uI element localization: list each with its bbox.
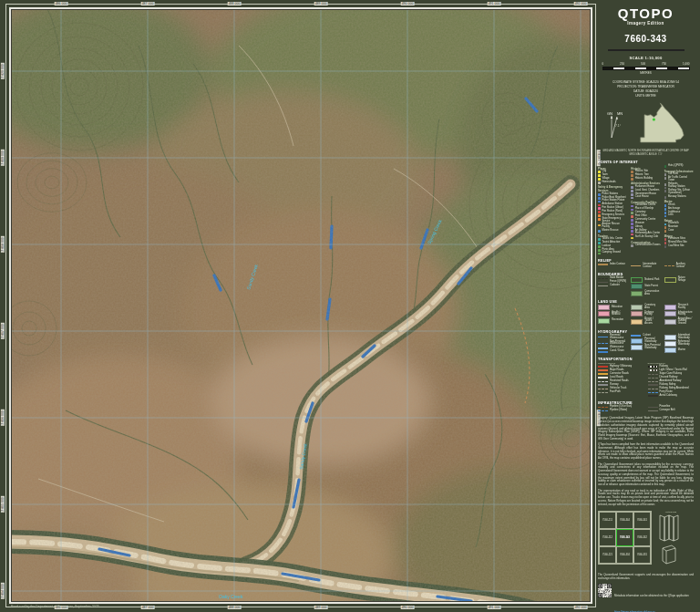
- legend-label: Resort / Tourist Accom.: [644, 318, 660, 326]
- poi-symbol: [631, 237, 633, 240]
- legend-item: Intermediate Contour: [631, 264, 660, 269]
- poi-symbol: [598, 207, 601, 210]
- legend-column: Intermittent WaterbodyEphemeral Waterbod…: [664, 335, 694, 355]
- legend-swatch: [631, 305, 643, 310]
- northing-label-left: 7 819 000: [1, 150, 5, 166]
- poi-item: Court House: [631, 196, 660, 199]
- legend-label: Cemetery Area: [644, 305, 660, 310]
- legend-item: Recreation: [598, 318, 627, 324]
- legend-column: EducationHealth / MedicalRecreation: [598, 305, 627, 327]
- legend-swatch: [648, 395, 658, 397]
- legend-item: Light / Mono / Tourist Rail: [648, 369, 695, 372]
- index-cell: 7660-342: [633, 529, 651, 546]
- metadata-text: Metadata information can be obtained via…: [614, 594, 689, 597]
- poi-symbol: [598, 193, 601, 196]
- poi-symbol: [664, 245, 667, 248]
- legend-swatch: [598, 369, 608, 371]
- poi-symbol: [598, 249, 601, 252]
- legend-column: Auxiliary Contour: [664, 264, 694, 270]
- legend-item: Pipeline (Water): [598, 410, 644, 412]
- scale-tick-label: 750: [662, 62, 666, 66]
- svg-text:7.1°: 7.1°: [615, 124, 622, 128]
- legend-swatch: [631, 277, 643, 283]
- index-cell: 7660-334: [616, 546, 633, 564]
- poi-symbol: [631, 223, 633, 225]
- legend-swatch: [664, 335, 676, 340]
- legend-label: Research Facility: [678, 305, 694, 310]
- legend-label: Defence Facility: [644, 312, 660, 317]
- legend-item: Perennial Watercourse: [598, 335, 627, 340]
- easting-label-top: 491 000: [488, 2, 501, 5]
- page-title: QTOPO: [618, 6, 674, 20]
- legend-column: Pipeline (Oil or Gas)Pipeline (Water): [598, 406, 644, 413]
- declination-diagram: GN MN 7.1°: [602, 109, 626, 141]
- poi-column: Huts (QPWS)Transport InfrastructureToll …: [664, 165, 694, 255]
- legend-item: Education: [598, 305, 627, 310]
- legend-swatch: [648, 392, 658, 393]
- easting-label-top: 490 000: [401, 2, 415, 5]
- legend-item: Vehicular Track: [598, 388, 644, 390]
- coordinate-system-block: COORDINATE SYSTEM: GDA2020 MGA ZONE 54PR…: [612, 80, 679, 99]
- legend-column: Intermediate Contour: [631, 264, 660, 270]
- qtopo-map-sheet: Sandy Creek Spring Creek Sandy Creek Oak…: [0, 0, 700, 612]
- index-cell-current: 7660-343: [616, 529, 633, 546]
- scale-tick-label: 0: [602, 62, 604, 66]
- poi-symbol: [631, 193, 633, 196]
- edition-subtitle: Imagery Edition: [627, 21, 664, 26]
- poi-symbol: [598, 230, 601, 233]
- poi-label: Air Traffic Control Tower: [668, 177, 694, 182]
- legend-swatch: [664, 305, 676, 310]
- legend-swatch: [648, 407, 658, 409]
- poi-symbol: [598, 224, 601, 227]
- poi-item: Huts (QPWS): [664, 165, 694, 168]
- poi-symbol: [664, 238, 667, 241]
- legend-swatch: [598, 381, 608, 382]
- legend-label: Light / Mono / Tourist Rail: [660, 369, 687, 372]
- legend-label: Pipeline (Water): [610, 410, 627, 412]
- poi-symbol: [598, 218, 601, 221]
- legend-item: Perennial Waterbody: [631, 338, 660, 344]
- legend-item: Cadastre: [598, 285, 627, 287]
- legend-swatch: [598, 351, 608, 353]
- legend-label: Nature Refuge: [678, 277, 694, 283]
- scale-bar-labels: 02505007501,000: [602, 62, 690, 66]
- declination-row: GN MN 7.1°: [598, 102, 694, 148]
- poi-symbol: [631, 212, 633, 214]
- legend-swatch: [598, 318, 610, 324]
- legend-label: Disused Railway: [660, 377, 678, 379]
- easting-label-bottom: 489 000: [314, 606, 328, 609]
- legend-column: Sealed UnsealedHighway / MotorwayMajor R…: [598, 362, 644, 399]
- legend-label: Sugar Cane Railway: [660, 373, 683, 376]
- legend-columns: Perennial WatercourseNon-Perennial Water…: [598, 335, 694, 355]
- legend-label: Perennial Watercourse: [610, 335, 627, 340]
- index-cell: 7560-211: [599, 512, 616, 529]
- legend-column: Index Contour: [598, 264, 627, 270]
- poi-symbol: [631, 197, 633, 200]
- marginalia-panel: QTOPO Imagery Edition 7660-343 SCALE 1:1…: [592, 0, 700, 612]
- poi-symbol: [631, 171, 633, 173]
- legend-item: Cemetery Area: [631, 305, 660, 310]
- disclaimer-paragraphs: Imagery: Queensland Imagery Latest State…: [598, 417, 694, 509]
- legend-item: Defence Facility: [631, 311, 660, 316]
- scale-tick-label: 250: [620, 62, 624, 66]
- legend-swatch: [631, 345, 643, 350]
- poi-label: Lock: [668, 214, 674, 217]
- poi-symbol: [631, 219, 633, 222]
- legend-swatch: [631, 311, 643, 316]
- legend-column: CulvertPerennial WaterbodyNon-Perennial …: [631, 335, 660, 355]
- poi-label: Busway Stations: [668, 196, 686, 199]
- legend-swatch: [598, 282, 608, 284]
- poi-item: Coal Mine Site: [664, 245, 694, 248]
- legend-swatch: [648, 389, 658, 389]
- index-cell: 7660-344: [616, 512, 633, 529]
- aerial-imagery: Sandy Creek Spring Creek Sandy Creek Oak…: [11, 9, 591, 602]
- legend-item: Canal / Drain: [598, 350, 627, 353]
- scale-tick-label: 500: [641, 62, 645, 66]
- legend-label: Index Contour: [610, 264, 625, 266]
- legend-swatch: [648, 378, 658, 379]
- legend-label: Infrastructure Facility: [678, 312, 694, 317]
- index-cell: 7660-331: [633, 546, 651, 564]
- legend-swatch: [598, 384, 608, 386]
- scale-tick-label: 1,000: [683, 62, 690, 66]
- legend-swatch: [598, 410, 608, 411]
